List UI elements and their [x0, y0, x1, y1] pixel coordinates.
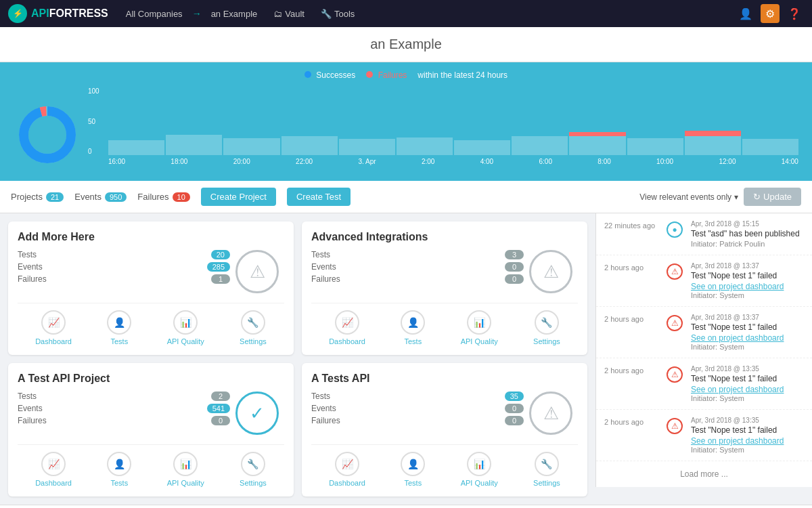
- event-initiator-2: Initiator: System: [691, 343, 804, 351]
- y-label-0: 0: [88, 148, 99, 155]
- help-icon-btn[interactable]: ❓: [785, 4, 804, 23]
- action-quality-0[interactable]: 📊 API Quality: [167, 310, 204, 345]
- project-title-0: Add More Here: [18, 231, 284, 243]
- event-content-1: Apr, 3rd 2018 @ 13:37 Test "Nope test 1"…: [691, 262, 804, 299]
- action-dashboard-0[interactable]: 📈 Dashboard: [35, 310, 72, 345]
- view-select[interactable]: View relevant events only ▾: [639, 192, 738, 202]
- x-label-8: 8:00: [597, 158, 610, 165]
- event-time-2: 2 hours ago: [604, 314, 658, 351]
- nav-right: 👤 ⚙ ❓: [736, 4, 804, 23]
- projects-badge: 21: [46, 192, 64, 202]
- chart-area: Successes Failures within the latest 24 …: [0, 62, 812, 181]
- action-tests-2[interactable]: 👤 Tests: [107, 452, 131, 487]
- event-link-1[interactable]: See on project dashboard: [691, 282, 804, 291]
- x-label-3: 22:00: [296, 158, 313, 165]
- event-link-2[interactable]: See on project dashboard: [691, 333, 804, 343]
- update-button[interactable]: ↻ Update: [744, 188, 801, 206]
- event-content-2: Apr, 3rd 2018 @ 13:37 Test "Nope test 1"…: [691, 314, 804, 351]
- event-time-4: 2 hours ago: [604, 417, 658, 454]
- stat-failures-1: Failures 0: [311, 274, 524, 284]
- failures-badge: 10: [173, 192, 190, 202]
- event-date-3: Apr, 3rd 2018 @ 13:35: [691, 365, 804, 373]
- footer: API Fortress Version 14.1.1 2013-2018 | …: [0, 505, 812, 508]
- quality-icon-3: 📊: [467, 452, 491, 476]
- donut-svg: [17, 104, 78, 165]
- stat-tests-0: Tests 20: [18, 250, 230, 259]
- event-icon-wrap-4: ⚠: [665, 417, 684, 454]
- stat-events-0: Events 285: [18, 262, 230, 272]
- toolbar-right: View relevant events only ▾ ↻ Update: [639, 188, 801, 206]
- action-tests-3[interactable]: 👤 Tests: [401, 452, 425, 487]
- dashboard-icon-3: 📈: [335, 452, 359, 476]
- action-dashboard-3[interactable]: 📈 Dashboard: [329, 452, 365, 487]
- user-icon-btn[interactable]: 👤: [736, 4, 755, 23]
- stat-failures-2: Failures 0: [18, 416, 230, 425]
- projects-label: Projects: [11, 192, 43, 202]
- tab-failures[interactable]: Failures 10: [137, 188, 190, 206]
- nav-tools[interactable]: 🔧 Tools: [314, 6, 361, 22]
- project-card-3: A Tests API Tests 35 Events 0 Failures 0: [302, 363, 587, 496]
- settings-icon-2: 🔧: [241, 452, 265, 476]
- action-quality-2[interactable]: 📊 API Quality: [167, 452, 204, 487]
- x-label-4: 3. Apr: [358, 158, 376, 165]
- nav-left: ⚡ APIFORTRESS All Companies → an Example…: [8, 4, 361, 23]
- nav-vault[interactable]: 🗂 Vault: [267, 6, 311, 22]
- x-label-7: 6:00: [539, 158, 552, 165]
- event-link-3[interactable]: See on project dashboard: [691, 385, 804, 394]
- settings-icon-btn[interactable]: ⚙: [761, 4, 780, 23]
- logo-text: APIFORTRESS: [31, 7, 108, 20]
- event-content-0: Apr, 3rd 2018 @ 15:15 Test "asd" has bee…: [691, 220, 804, 248]
- settings-icon: 🔧: [241, 310, 265, 335]
- event-date-1: Apr, 3rd 2018 @ 13:37: [691, 262, 804, 270]
- stats-list-1: Tests 3 Events 0 Failures 0: [311, 250, 524, 293]
- failures-label: Failures: [137, 192, 168, 202]
- action-quality-3[interactable]: 📊 API Quality: [461, 452, 498, 487]
- refresh-icon: ↻: [753, 192, 761, 202]
- action-settings-3[interactable]: 🔧 Settings: [533, 452, 560, 487]
- create-project-button[interactable]: Create Project: [201, 188, 276, 206]
- event-icon-wrap-2: ⚠: [665, 314, 684, 351]
- event-item-2: 2 hours ago ⚠ Apr, 3rd 2018 @ 13:37 Test…: [596, 307, 812, 358]
- logo-icon: ⚡: [8, 4, 27, 23]
- event-time-1: 2 hours ago: [604, 262, 658, 299]
- event-status-icon-1: ⚠: [667, 263, 683, 280]
- tab-projects[interactable]: Projects 21: [11, 188, 64, 206]
- event-date-0: Apr, 3rd 2018 @ 15:15: [691, 220, 804, 228]
- nav-all-companies[interactable]: All Companies: [119, 6, 189, 22]
- action-settings-0[interactable]: 🔧 Settings: [240, 310, 267, 345]
- project-actions-0: 📈 Dashboard 👤 Tests 📊 API Quality 🔧 Sett…: [18, 303, 284, 345]
- action-dashboard-1[interactable]: 📈 Dashboard: [329, 310, 365, 345]
- logo[interactable]: ⚡ APIFORTRESS: [8, 4, 108, 23]
- action-tests-0[interactable]: 👤 Tests: [107, 310, 131, 345]
- action-settings-1[interactable]: 🔧 Settings: [533, 310, 560, 345]
- action-dashboard-2[interactable]: 📈 Dashboard: [35, 452, 72, 487]
- action-quality-1[interactable]: 📊 API Quality: [461, 310, 498, 345]
- action-tests-1[interactable]: 👤 Tests: [401, 310, 425, 345]
- project-card-1: Advanced Integrations Tests 3 Events 0 F…: [302, 221, 587, 355]
- donut-chart: [14, 104, 81, 165]
- x-label-1: 18:00: [171, 158, 187, 165]
- page-title: an Example: [0, 27, 812, 62]
- event-date-4: Apr, 3rd 2018 @ 13:35: [691, 417, 804, 424]
- logo-api: API: [31, 7, 49, 19]
- chevron-down-icon: ▾: [734, 192, 738, 202]
- nav-example[interactable]: an Example: [204, 6, 265, 22]
- project-status-icon-1: ⚠: [529, 250, 572, 293]
- event-content-3: Apr, 3rd 2018 @ 13:35 Test "Nope test 1"…: [691, 365, 804, 402]
- event-text-0: Test "asd" has been published: [691, 229, 804, 238]
- settings-icon-1: 🔧: [535, 310, 559, 335]
- action-settings-2[interactable]: 🔧 Settings: [240, 452, 267, 487]
- create-test-button[interactable]: Create Test: [287, 188, 351, 206]
- x-labels: 16:00 18:00 20:00 22:00 3. Apr 2:00 4:00…: [88, 158, 798, 165]
- event-initiator-4: Initiator: System: [691, 446, 804, 454]
- event-icon-wrap-0: ●: [665, 220, 684, 248]
- tab-events[interactable]: Events 950: [74, 188, 127, 206]
- nav-items: All Companies → an Example 🗂 Vault 🔧 Too…: [119, 6, 362, 22]
- project-status-icon-3: ⚠: [529, 391, 572, 435]
- load-more-button[interactable]: Load more ...: [596, 461, 812, 487]
- project-stats-0: Tests 20 Events 285 Failures 1 ⚠: [18, 250, 284, 293]
- nav-arrow: →: [192, 8, 202, 19]
- event-status-icon-0: ●: [667, 221, 683, 238]
- event-text-3: Test "Nope test 1" failed: [691, 374, 804, 383]
- event-link-4[interactable]: See on project dashboard: [691, 436, 804, 446]
